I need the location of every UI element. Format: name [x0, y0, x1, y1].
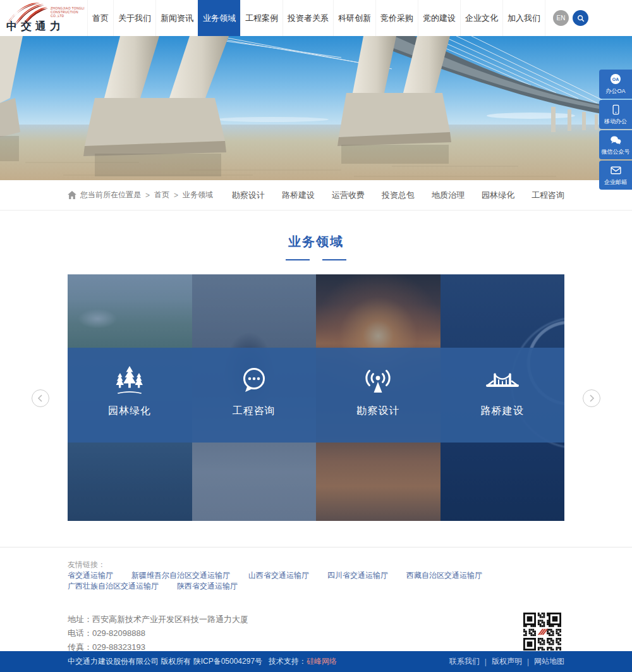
hero-banner [0, 36, 632, 180]
search-button[interactable] [573, 10, 588, 26]
subnav-link-5[interactable]: 园林绿化 [482, 190, 514, 201]
carousel-card-2[interactable]: 勘察设计 [316, 274, 441, 521]
footer-link-0[interactable]: 联系我们 [449, 656, 480, 667]
carousel-card-3[interactable]: 路桥建设 [441, 274, 565, 521]
friend-link-0[interactable]: 省交通运输厅 [68, 570, 113, 581]
nav-item-2[interactable]: 新闻资讯 [155, 0, 198, 36]
side-button-0[interactable]: OA办公OA [599, 70, 632, 99]
subnav-link-3[interactable]: 投资总包 [382, 190, 415, 201]
breadcrumb: 您当前所在位置是 >首页>业务领域 [68, 190, 213, 200]
business-subnav: 勘察设计路桥建设运营收费投资总包地质治理园林绿化工程咨询 [232, 190, 564, 201]
top-header: ZHONGJIAO TONGLI CONSTRUCTION CO.,LTD 中交… [0, 0, 632, 36]
mobile-icon [599, 104, 632, 115]
search-icon [576, 14, 585, 23]
bottom-bar: 中交通力建设股份有限公司 版权所有 陕ICP备05004297号 技术支持：硅峰… [0, 651, 632, 672]
language-button[interactable]: EN [553, 10, 569, 26]
side-button-label: 微信公众号 [601, 148, 631, 156]
footer-link-2[interactable]: 网站地图 [534, 656, 564, 667]
chat-bubble-icon [239, 364, 269, 396]
friend-links-row: 友情链接： 省交通运输厅新疆维吾尔自治区交通运输厅山西省交通运输厅四川省交通运输… [0, 547, 632, 601]
breadcrumb-separator: > [174, 191, 178, 200]
carousel-card-0[interactable]: 园林绿化 [68, 274, 192, 521]
business-carousel: 园林绿化工程咨询勘察设计路桥建设 [68, 274, 564, 521]
signal-tower-icon [362, 364, 394, 396]
card-overlay-band: 路桥建设 [441, 348, 565, 443]
contact-line-0: 地址：西安高新技术产业开发区科技一路通力大厦 [68, 613, 248, 626]
breadcrumb-bar: 您当前所在位置是 >首页>业务领域 勘察设计路桥建设运营收费投资总包地质治理园林… [0, 180, 632, 211]
company-logo[interactable]: ZHONGJIAO TONGLI CONSTRUCTION CO.,LTD 中交… [4, 1, 87, 35]
friend-link-6[interactable]: 陕西省交通运输厅 [177, 581, 238, 592]
copyright: 中交通力建设股份有限公司 版权所有 陕ICP备05004297号 [68, 657, 262, 666]
title-underline-dashes [0, 259, 632, 260]
side-quick-buttons: OA办公OA移动办公微信公众号企业邮箱 [599, 70, 632, 190]
nav-item-7[interactable]: 竞价采购 [375, 0, 418, 36]
nav-item-4[interactable]: 工程案例 [240, 0, 283, 36]
footer-link-1[interactable]: 版权声明 [492, 656, 522, 667]
oa-icon: OA [599, 73, 632, 85]
side-button-3[interactable]: 企业邮箱 [599, 161, 632, 190]
mail-icon [599, 164, 632, 176]
footer-link-separator: | [485, 657, 487, 666]
chevron-right-icon [588, 394, 595, 402]
friend-link-5[interactable]: 广西壮族自治区交通运输厅 [68, 581, 159, 592]
card-label: 工程咨询 [233, 405, 276, 418]
support-link[interactable]: 硅峰网络 [307, 657, 337, 666]
friend-link-1[interactable]: 新疆维吾尔自治区交通运输厅 [131, 570, 230, 581]
page-title: 业务领域 [0, 233, 632, 250]
copyright-text: 中交通力建设股份有限公司 版权所有 陕ICP备05004297号 技术支持：硅峰… [68, 656, 337, 667]
card-label: 园林绿化 [108, 405, 151, 418]
carousel-next-button[interactable] [583, 389, 600, 407]
breadcrumb-separator: > [145, 191, 150, 200]
side-button-label: 企业邮箱 [601, 178, 631, 186]
nav-item-9[interactable]: 企业文化 [460, 0, 502, 36]
footer-links: 联系我们|版权声明|网站地图 [449, 656, 564, 667]
subnav-link-1[interactable]: 路桥建设 [282, 190, 315, 201]
wechat-icon [599, 134, 632, 145]
side-button-2[interactable]: 微信公众号 [599, 130, 632, 159]
carousel-cards: 园林绿化工程咨询勘察设计路桥建设 [68, 274, 564, 521]
card-label: 勘察设计 [356, 405, 399, 418]
card-overlay-band: 工程咨询 [192, 348, 317, 443]
home-icon [68, 191, 76, 199]
breadcrumb-link[interactable]: 首页 [154, 190, 169, 200]
subnav-link-4[interactable]: 地质治理 [432, 190, 465, 201]
nav-item-10[interactable]: 加入我们 [502, 0, 545, 36]
card-overlay-band: 勘察设计 [316, 348, 441, 443]
hero-bridge-image [0, 36, 632, 180]
subnav-link-2[interactable]: 运营收费 [332, 190, 365, 201]
side-button-label: 移动办公 [601, 118, 631, 126]
carousel-prev-button[interactable] [32, 389, 49, 407]
footer-link-separator: | [527, 657, 529, 666]
nav-item-5[interactable]: 投资者关系 [283, 0, 333, 36]
friend-links: 省交通运输厅新疆维吾尔自治区交通运输厅山西省交通运输厅四川省交通运输厅西藏自治区… [68, 570, 564, 592]
card-label: 路桥建设 [481, 405, 524, 418]
nav-item-6[interactable]: 科研创新 [333, 0, 375, 36]
card-overlay-band: 园林绿化 [68, 348, 192, 443]
subnav-link-6[interactable]: 工程咨询 [532, 190, 564, 201]
side-button-label: 办公OA [601, 87, 631, 95]
main-nav: 首页关于我们新闻资讯业务领域工程案例投资者关系科研创新竞价采购党的建设企业文化加… [87, 0, 545, 36]
subnav-link-0[interactable]: 勘察设计 [232, 190, 265, 201]
friend-links-label: 友情链接： [68, 559, 106, 570]
logo-title: 中交通力 [6, 19, 64, 34]
contact-line-1: 电话：029-82098888 [68, 626, 248, 640]
nav-item-8[interactable]: 党的建设 [418, 0, 460, 36]
breadcrumb-link[interactable]: 业务领域 [183, 190, 213, 200]
header-icons: EN [553, 10, 588, 26]
nav-item-1[interactable]: 关于我们 [113, 0, 155, 36]
bridge-icon [486, 364, 519, 396]
breadcrumb-trail: >首页>业务领域 [145, 190, 213, 200]
friend-link-4[interactable]: 西藏自治区交通运输厅 [406, 570, 482, 581]
friend-link-3[interactable]: 四川省交通运输厅 [327, 570, 388, 581]
support-label: 技术支持： [269, 657, 307, 666]
nav-item-0[interactable]: 首页 [87, 0, 113, 36]
logo-subtitle: ZHONGJIAO TONGLI CONSTRUCTION CO.,LTD [51, 6, 86, 18]
carousel-card-1[interactable]: 工程咨询 [192, 274, 317, 521]
qr-image [523, 613, 561, 651]
nav-item-3[interactable]: 业务领域 [198, 0, 240, 36]
main-content: 业务领域 园林绿化工程咨询勘察设计路桥建设 友情链接： 省交通运输厅新疆维吾尔自… [0, 233, 632, 669]
side-button-1[interactable]: 移动办公 [599, 100, 632, 129]
friend-link-2[interactable]: 山西省交通运输厅 [248, 570, 309, 581]
trees-icon [113, 364, 146, 396]
chevron-left-icon [37, 394, 44, 402]
